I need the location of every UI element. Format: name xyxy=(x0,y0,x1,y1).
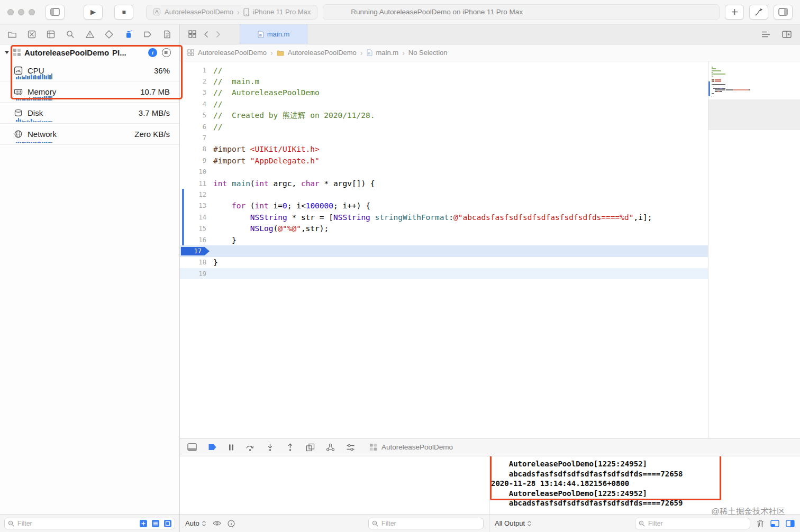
variables-content[interactable] xyxy=(180,456,489,514)
issue-navigator-icon[interactable] xyxy=(85,30,95,39)
line-number-gutter[interactable]: 13 xyxy=(185,202,206,209)
code-line[interactable]: 6// xyxy=(180,121,708,132)
line-number-gutter[interactable]: 18 xyxy=(185,259,206,266)
breadcrumb-file[interactable]: main.m xyxy=(376,49,399,57)
variables-filter-input[interactable] xyxy=(368,518,484,529)
code-line[interactable]: 18} xyxy=(180,257,708,268)
debug-navigator-icon[interactable] xyxy=(124,30,133,39)
line-number-gutter[interactable]: 9 xyxy=(185,157,206,164)
network-gauge-row[interactable]: Network Zero KB/s xyxy=(0,124,179,145)
scheme-selector[interactable]: AutoreleasePoolDemo › iPhone 11 Pro Max xyxy=(146,5,317,20)
code-line[interactable]: 10 xyxy=(180,167,708,178)
run-button[interactable]: ▶ xyxy=(84,5,103,20)
line-number-gutter[interactable]: 19 xyxy=(185,270,206,278)
process-row[interactable]: AutoreleasePoolDemo PI... xyxy=(0,44,179,60)
breadcrumb-group[interactable]: AutoreleasePoolDemo xyxy=(288,49,357,57)
breadcrumb-project[interactable]: AutoreleasePoolDemo xyxy=(198,49,267,57)
debug-process-indicator[interactable]: AutoreleasePoolDemo xyxy=(369,443,453,451)
trash-icon[interactable] xyxy=(757,519,764,528)
code-line[interactable]: 19 xyxy=(180,268,708,279)
code-line[interactable]: 9#import "AppDelegate.h" xyxy=(180,155,708,166)
code-line[interactable]: 8#import <UIKit/UIKit.h> xyxy=(180,144,708,155)
breakpoints-toggle-icon[interactable] xyxy=(208,443,217,451)
forward-chevron-icon[interactable] xyxy=(216,31,221,38)
line-number-gutter[interactable]: 12 xyxy=(185,191,206,198)
filter-flag-icon[interactable] xyxy=(163,519,172,528)
toggle-inspector-button[interactable] xyxy=(774,5,793,20)
minimize-window-button[interactable] xyxy=(18,9,24,15)
line-number-gutter[interactable]: 15 xyxy=(185,225,206,232)
console-scope-popup[interactable]: All Output xyxy=(495,519,532,527)
project-navigator-icon[interactable] xyxy=(7,30,17,39)
environment-overrides-icon[interactable] xyxy=(346,443,355,452)
view-hierarchy-icon[interactable] xyxy=(306,443,315,452)
step-over-icon[interactable] xyxy=(246,443,254,452)
cpu-gauge-row[interactable]: CPU 36% xyxy=(0,60,179,81)
code-line[interactable]: 7 xyxy=(180,132,708,143)
report-navigator-icon[interactable] xyxy=(162,30,172,39)
stop-button[interactable]: ■ xyxy=(114,5,133,20)
find-navigator-icon[interactable] xyxy=(66,30,75,39)
line-number-gutter[interactable]: 11 xyxy=(185,180,206,187)
memory-graph-icon[interactable] xyxy=(326,443,335,452)
line-number-gutter[interactable]: 14 xyxy=(185,214,206,221)
filter-recent-icon[interactable] xyxy=(139,519,148,528)
disclosure-triangle-icon[interactable] xyxy=(4,50,10,55)
line-number-gutter[interactable]: 16 xyxy=(185,236,206,244)
code-line[interactable]: 14 NSString * str = [NSString stringWith… xyxy=(180,212,708,223)
code-review-button[interactable] xyxy=(749,5,768,20)
disk-gauge-row[interactable]: Disk 3.7 MB/s xyxy=(0,103,179,124)
code-line[interactable]: 5// Created by 熊进辉 on 2020/11/28. xyxy=(180,110,708,121)
back-chevron-icon[interactable] xyxy=(204,31,208,38)
toggle-navigator-button[interactable] xyxy=(46,5,65,20)
code-line[interactable]: 2// main.m xyxy=(180,76,708,87)
add-editor-icon[interactable] xyxy=(782,31,792,38)
info-circle-icon[interactable] xyxy=(228,520,235,527)
test-navigator-icon[interactable] xyxy=(104,30,114,39)
pause-execution-icon[interactable] xyxy=(228,444,234,451)
code-line[interactable]: 3// AutoreleasePoolDemo xyxy=(180,87,708,98)
line-number-gutter[interactable]: 7 xyxy=(185,134,206,142)
dock-bottom-left-icon[interactable] xyxy=(770,520,779,527)
close-window-button[interactable] xyxy=(7,9,14,15)
eye-icon[interactable] xyxy=(213,520,221,526)
symbol-navigator-icon[interactable] xyxy=(46,30,56,39)
info-icon[interactable] xyxy=(148,48,157,57)
filter-view-mode-icon[interactable] xyxy=(151,519,160,528)
line-number-gutter[interactable]: 4 xyxy=(185,100,206,108)
source-control-navigator-icon[interactable] xyxy=(27,30,37,39)
breakpoint-marker[interactable]: 17 xyxy=(181,247,210,256)
code-line[interactable]: 16 } xyxy=(180,234,708,245)
editor-options-icon[interactable] xyxy=(761,31,770,38)
add-library-button[interactable] xyxy=(725,5,744,20)
breakpoint-navigator-icon[interactable] xyxy=(143,30,152,39)
source-editor[interactable]: 1//2// main.m3// AutoreleasePoolDemo4//5… xyxy=(180,61,708,438)
dock-bottom-icon[interactable] xyxy=(786,520,795,527)
line-number-gutter[interactable]: 2 xyxy=(185,78,206,85)
code-line[interactable]: 17 xyxy=(180,245,708,256)
code-line[interactable]: 1// xyxy=(180,65,708,76)
line-number-gutter[interactable]: 1 xyxy=(185,67,206,74)
tab-main-m[interactable]: m main.m xyxy=(240,24,307,44)
line-number-gutter[interactable]: 8 xyxy=(185,145,206,153)
code-line[interactable]: 15 NSLog(@"%@",str); xyxy=(180,223,708,234)
code-line[interactable]: 11int main(int argc, char * argv[]) { xyxy=(180,178,708,189)
breadcrumb-selection[interactable]: No Selection xyxy=(408,49,448,57)
step-into-icon[interactable] xyxy=(266,443,275,452)
memory-gauge-row[interactable]: Memory 10.7 MB xyxy=(0,81,179,103)
related-items-grid-icon[interactable] xyxy=(188,30,196,38)
step-out-icon[interactable] xyxy=(286,443,295,452)
pause-process-icon[interactable] xyxy=(162,48,171,57)
line-number-gutter[interactable]: 3 xyxy=(185,89,206,96)
line-number-gutter[interactable]: 10 xyxy=(185,168,206,176)
code-line[interactable]: 4// xyxy=(180,98,708,109)
console-content[interactable]: AutoreleasePoolDemo[1225:24952] abcadsfa… xyxy=(489,456,800,514)
line-number-gutter[interactable]: 6 xyxy=(185,123,206,131)
code-line[interactable]: 13 for (int i=0; i<100000; i++) { xyxy=(180,200,708,212)
minimap[interactable] xyxy=(708,61,800,438)
line-number-gutter[interactable]: 5 xyxy=(185,112,206,119)
variables-scope-popup[interactable]: Auto xyxy=(185,519,206,527)
related-items-icon[interactable] xyxy=(187,49,194,56)
console-filter-input[interactable] xyxy=(635,518,750,529)
hide-debug-area-icon[interactable] xyxy=(187,443,197,451)
